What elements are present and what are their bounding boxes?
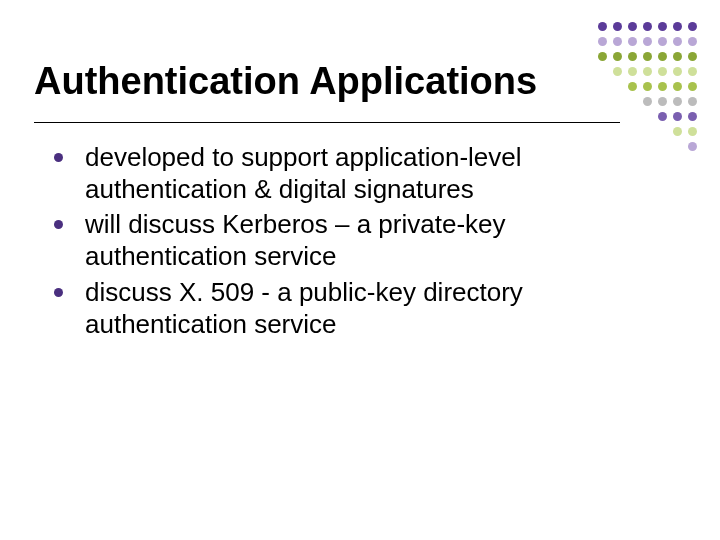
decor-dot bbox=[673, 97, 682, 106]
decor-dot bbox=[673, 22, 682, 31]
decor-dot bbox=[643, 37, 652, 46]
decor-dot bbox=[643, 22, 652, 31]
title-underline bbox=[34, 122, 620, 123]
decor-dot bbox=[598, 97, 607, 106]
decor-dot bbox=[643, 67, 652, 76]
decor-dot bbox=[658, 82, 667, 91]
decor-dot bbox=[598, 52, 607, 61]
decor-dot bbox=[673, 127, 682, 136]
bullet-text: will discuss Kerberos – a private-key au… bbox=[85, 209, 560, 272]
decor-dot bbox=[628, 127, 637, 136]
decor-dot bbox=[673, 52, 682, 61]
bullet-text: developed to support application-level a… bbox=[85, 142, 560, 205]
decor-dot bbox=[598, 142, 607, 151]
decor-dot bbox=[598, 82, 607, 91]
decor-dot bbox=[673, 142, 682, 151]
decor-dot bbox=[688, 82, 697, 91]
decor-dot bbox=[598, 112, 607, 121]
decor-dot bbox=[598, 37, 607, 46]
decor-dot bbox=[658, 67, 667, 76]
decor-dot bbox=[658, 52, 667, 61]
decor-dot bbox=[628, 67, 637, 76]
bullet-icon bbox=[54, 153, 63, 162]
decor-dot bbox=[613, 127, 622, 136]
decor-dot bbox=[658, 22, 667, 31]
decor-dot bbox=[673, 112, 682, 121]
decor-dot bbox=[613, 112, 622, 121]
decor-dot bbox=[628, 52, 637, 61]
decor-dot bbox=[688, 127, 697, 136]
title-area: Authentication Applications bbox=[34, 62, 570, 102]
decor-dot bbox=[673, 82, 682, 91]
decor-dot bbox=[598, 67, 607, 76]
decor-dot bbox=[613, 37, 622, 46]
decorative-dot-grid bbox=[598, 22, 700, 154]
decor-dot bbox=[688, 37, 697, 46]
decor-dot bbox=[628, 22, 637, 31]
decor-dot bbox=[658, 112, 667, 121]
slide-title: Authentication Applications bbox=[34, 62, 570, 102]
decor-dot bbox=[688, 97, 697, 106]
slide: Authentication Applications developed to… bbox=[0, 0, 720, 540]
decor-dot bbox=[673, 37, 682, 46]
list-item: will discuss Kerberos – a private-key au… bbox=[54, 209, 560, 272]
decor-dot bbox=[673, 67, 682, 76]
decor-dot bbox=[613, 22, 622, 31]
slide-body: developed to support application-level a… bbox=[54, 142, 560, 344]
decor-dot bbox=[613, 67, 622, 76]
decor-dot bbox=[643, 142, 652, 151]
decor-dot bbox=[658, 127, 667, 136]
decor-dot bbox=[628, 112, 637, 121]
decor-dot bbox=[643, 112, 652, 121]
decor-dot bbox=[643, 82, 652, 91]
list-item: developed to support application-level a… bbox=[54, 142, 560, 205]
decor-dot bbox=[613, 52, 622, 61]
decor-dot bbox=[658, 97, 667, 106]
list-item: discuss X. 509 - a public-key directory … bbox=[54, 277, 560, 340]
bullet-text: discuss X. 509 - a public-key directory … bbox=[85, 277, 560, 340]
decor-dot bbox=[613, 97, 622, 106]
bullet-icon bbox=[54, 288, 63, 297]
decor-dot bbox=[628, 97, 637, 106]
decor-dot bbox=[613, 142, 622, 151]
decor-dot bbox=[643, 52, 652, 61]
decor-dot bbox=[598, 127, 607, 136]
decor-dot bbox=[598, 22, 607, 31]
decor-dot bbox=[658, 142, 667, 151]
decor-dot bbox=[688, 112, 697, 121]
decor-dot bbox=[643, 127, 652, 136]
decor-dot bbox=[628, 142, 637, 151]
decor-dot bbox=[628, 82, 637, 91]
bullet-icon bbox=[54, 220, 63, 229]
decor-dot bbox=[688, 67, 697, 76]
decor-dot bbox=[643, 97, 652, 106]
decor-dot bbox=[613, 82, 622, 91]
decor-dot bbox=[688, 22, 697, 31]
decor-dot bbox=[688, 52, 697, 61]
decor-dot bbox=[688, 142, 697, 151]
decor-dot bbox=[658, 37, 667, 46]
decor-dot bbox=[628, 37, 637, 46]
